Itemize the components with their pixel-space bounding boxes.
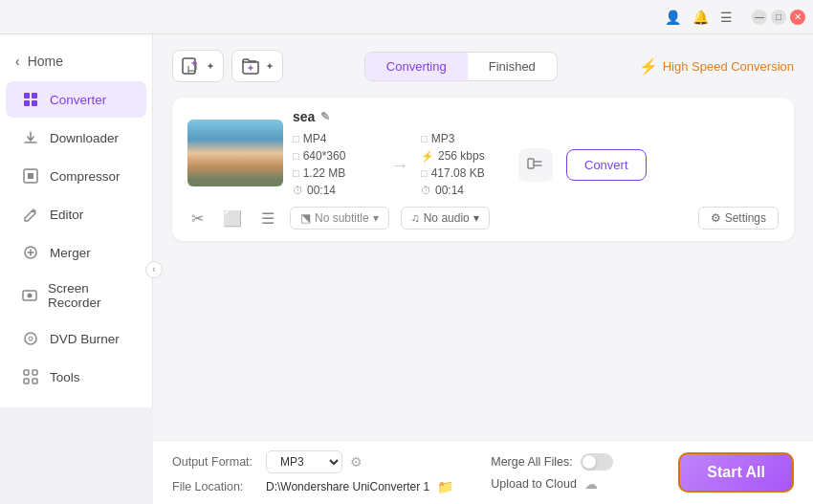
finished-tab[interactable]: Finished [468, 53, 557, 80]
file-icon: □ [293, 133, 299, 144]
add-folder-button[interactable] [231, 50, 283, 82]
target-file-icon: □ [421, 133, 428, 144]
titlebar: 👤 🔔 ☰ — □ ✕ [0, 0, 813, 34]
file-location-row: File Location: D:\Wondershare UniConvert… [172, 479, 475, 494]
bell-icon[interactable]: 🔔 [689, 6, 713, 29]
cloud-icon[interactable]: ☁ [584, 476, 598, 492]
file-settings-icon-button[interactable] [518, 148, 553, 182]
file-location-label: File Location: [172, 480, 258, 493]
source-format: □ MP4 [293, 132, 379, 145]
resolution-icon: □ [293, 150, 299, 162]
target-meta: □ MP3 ⚡ 256 kbps □ 417.08 KB [421, 132, 507, 197]
sidebar-merger-label: Merger [50, 246, 91, 260]
arrow-right-icon: → [390, 154, 409, 176]
svg-rect-11 [33, 370, 37, 375]
target-bitrate: ⚡ 256 kbps [421, 149, 507, 163]
source-resolution: □ 640*360 [293, 149, 379, 163]
target-size: □ 417.08 KB [421, 166, 507, 180]
top-bar: Converting Finished ⚡ High Speed Convers… [172, 50, 794, 82]
upload-cloud-label: Upload to Cloud [491, 477, 577, 491]
downloader-icon [21, 128, 40, 147]
minimize-button[interactable]: — [752, 10, 767, 25]
file-name: sea ✎ [293, 109, 779, 124]
sidebar-item-converter[interactable]: Converter [6, 81, 146, 118]
back-icon: ‹ [15, 54, 20, 69]
upload-cloud-row: Upload to Cloud ☁ [491, 476, 663, 492]
convert-button[interactable]: Convert [566, 149, 647, 181]
bottom-center: Merge All Files: Upload to Cloud ☁ [491, 453, 663, 492]
editor-icon [21, 205, 40, 224]
svg-rect-15 [528, 159, 534, 168]
tools-icon [21, 367, 40, 386]
sidebar-editor-label: Editor [50, 208, 83, 222]
file-thumbnail [187, 120, 283, 186]
sidebar: ‹ Home Converter [0, 34, 153, 407]
home-label: Home [28, 54, 63, 69]
menu-icon[interactable]: ☰ [716, 6, 736, 29]
bottom-left: Output Format: MP3 ⚙ File Location: D:\W… [172, 450, 475, 494]
sidebar-collapse-button[interactable]: ‹ [145, 261, 163, 278]
sidebar-compressor-label: Compressor [50, 169, 121, 184]
user-icon[interactable]: 👤 [661, 6, 685, 29]
converting-tab[interactable]: Converting [365, 53, 468, 80]
output-format-select[interactable]: MP3 [266, 450, 342, 473]
close-button[interactable]: ✕ [790, 10, 805, 25]
audio-icon: ♫ [411, 211, 420, 225]
audio-chevron-icon: ▾ [473, 211, 479, 225]
sidebar-item-compressor[interactable]: Compressor [6, 158, 146, 194]
svg-point-9 [29, 337, 33, 340]
add-file-button[interactable] [172, 50, 224, 82]
target-duration: ⏱ 00:14 [421, 184, 507, 197]
file-tools-row: ✂ ⬜ ☰ ⬔ No subtitle ▾ ♫ No audio ▾ ⚙ Set… [187, 207, 779, 230]
audio-select[interactable]: ♫ No audio ▾ [401, 207, 490, 230]
sidebar-downloader-label: Downloader [50, 131, 119, 145]
sidebar-item-screen-recorder[interactable]: Screen Recorder [6, 273, 146, 318]
sidebar-tools-label: Tools [50, 370, 80, 384]
sidebar-home[interactable]: ‹ Home [0, 46, 152, 77]
svg-rect-0 [24, 93, 30, 99]
svg-point-8 [25, 333, 36, 344]
sidebar-item-merger[interactable]: Merger [6, 234, 146, 271]
output-format-label: Output Format: [172, 455, 258, 469]
source-duration: ⏱ 00:14 [293, 184, 379, 197]
bitrate-icon: ⚡ [421, 150, 434, 163]
source-meta: □ MP4 □ 640*360 □ 1.22 MB [293, 132, 379, 197]
svg-rect-3 [32, 100, 37, 106]
output-format-row: Output Format: MP3 ⚙ [172, 450, 475, 473]
svg-rect-2 [24, 100, 30, 106]
sidebar-screen-recorder-label: Screen Recorder [48, 281, 131, 310]
compressor-icon [21, 166, 40, 186]
edit-icon[interactable]: ✎ [320, 110, 330, 123]
svg-rect-12 [24, 379, 29, 383]
scissors-tool-button[interactable]: ✂ [187, 208, 208, 230]
filename-text: sea [293, 109, 315, 124]
source-size: □ 1.22 MB [293, 166, 379, 180]
crop-tool-button[interactable]: ⬜ [219, 208, 246, 230]
maximize-button[interactable]: □ [771, 10, 786, 25]
high-speed-button[interactable]: ⚡ High Speed Conversion [639, 57, 794, 76]
merger-icon [21, 243, 40, 262]
merge-files-row: Merge All Files: [491, 453, 663, 471]
gear-icon: ⚙ [711, 211, 721, 225]
dvd-burner-icon [21, 329, 40, 348]
settings-button[interactable]: ⚙ Settings [698, 207, 779, 230]
sidebar-item-tools[interactable]: Tools [6, 359, 146, 395]
folder-icon[interactable]: 📁 [437, 479, 453, 494]
target-format: □ MP3 [421, 132, 507, 145]
effects-tool-button[interactable]: ☰ [257, 208, 278, 230]
output-format-gear-icon[interactable]: ⚙ [350, 454, 363, 470]
lightning-icon: ⚡ [639, 57, 658, 76]
svg-rect-1 [32, 93, 37, 99]
sidebar-item-editor[interactable]: Editor [6, 196, 146, 232]
sidebar-item-dvd-burner[interactable]: DVD Burner [6, 320, 146, 357]
sidebar-item-downloader[interactable]: Downloader [6, 120, 146, 156]
start-all-button[interactable]: Start All [678, 452, 794, 493]
subtitle-select[interactable]: ⬔ No subtitle ▾ [290, 207, 389, 230]
file-card: sea ✎ □ MP4 □ 640*360 [172, 98, 794, 241]
main-content: Converting Finished ⚡ High Speed Convers… [153, 34, 813, 504]
top-bar-left [172, 50, 283, 82]
clock-icon: ⏱ [293, 185, 303, 196]
target-clock-icon: ⏱ [421, 185, 431, 196]
merge-toggle[interactable] [581, 453, 613, 471]
target-size-icon: □ [421, 167, 428, 179]
